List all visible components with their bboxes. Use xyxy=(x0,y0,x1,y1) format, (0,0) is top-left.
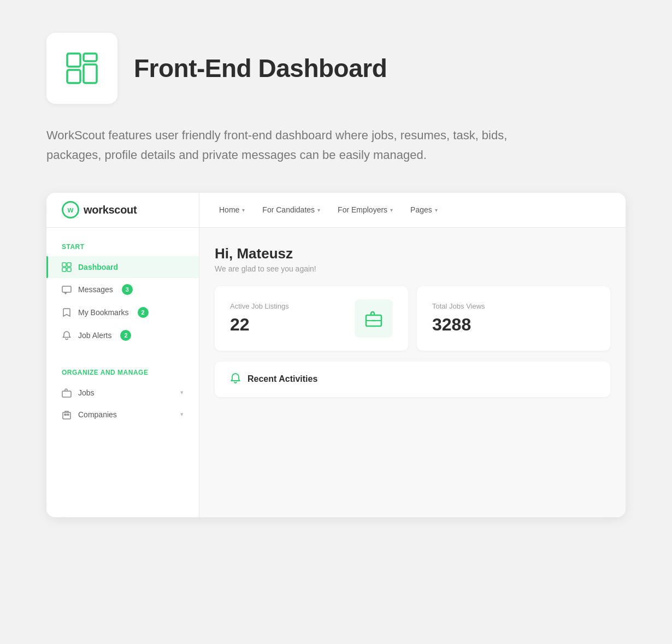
bookmarks-icon xyxy=(62,308,72,317)
greeting-name: Hi, Mateusz xyxy=(215,245,610,262)
svg-rect-10 xyxy=(63,412,70,419)
briefcase-icon xyxy=(364,309,384,328)
alerts-badge: 2 xyxy=(120,330,131,341)
messages-badge: 3 xyxy=(122,284,133,295)
sidebar-section-start: Start Dashboard xyxy=(46,243,199,347)
nav-item-candidates[interactable]: For Candidates ▾ xyxy=(254,193,329,228)
companies-arrow: ▾ xyxy=(180,411,184,418)
nav-employers-label: For Employers xyxy=(338,205,387,214)
recent-activities-card: Recent Activities xyxy=(215,362,610,397)
stat-value-views: 3288 xyxy=(432,315,485,335)
sidebar-item-companies[interactable]: Companies ▾ xyxy=(46,404,199,426)
companies-icon xyxy=(62,410,72,420)
sidebar-dashboard-label: Dashboard xyxy=(78,263,118,271)
sidebar-section-start-label: Start xyxy=(46,243,199,251)
svg-rect-5 xyxy=(67,263,71,267)
svg-rect-8 xyxy=(62,286,71,292)
navbar-nav: Home ▾ For Candidates ▾ For Employers ▾ … xyxy=(199,193,457,228)
dashboard-icon xyxy=(62,262,72,272)
jobs-icon xyxy=(62,388,72,398)
recent-activities-icon xyxy=(230,373,241,386)
svg-rect-15 xyxy=(67,414,69,415)
dashboard-mockup: w workscout Home ▾ For Candidates ▾ For … xyxy=(46,193,626,517)
sidebar-section-manage: Organize and Manage Jobs ▾ xyxy=(46,360,199,426)
page-title: Front-End Dashboard xyxy=(134,54,387,83)
sidebar-companies-label: Companies xyxy=(78,410,117,419)
nav-home-chevron: ▾ xyxy=(242,207,245,213)
svg-rect-1 xyxy=(67,70,80,83)
header-section: Front-End Dashboard xyxy=(46,33,626,104)
svg-rect-4 xyxy=(62,263,66,267)
feature-icon-box xyxy=(46,33,117,104)
stat-value-listings: 22 xyxy=(230,315,289,335)
sidebar-section-manage-label: Organize and Manage xyxy=(46,360,199,382)
sidebar-item-jobs[interactable]: Jobs ▾ xyxy=(46,382,199,404)
svg-rect-3 xyxy=(84,64,97,83)
nav-item-employers[interactable]: For Employers ▾ xyxy=(329,193,402,228)
nav-item-pages[interactable]: Pages ▾ xyxy=(402,193,446,228)
nav-home-label: Home xyxy=(219,205,239,214)
nav-pages-chevron: ▾ xyxy=(435,207,438,213)
nav-pages-label: Pages xyxy=(410,205,432,214)
brand-name: workscout xyxy=(84,204,137,216)
recent-activities-label: Recent Activities xyxy=(247,374,317,384)
main-layout: Start Dashboard xyxy=(46,228,626,517)
jobs-arrow: ▾ xyxy=(180,389,184,396)
stats-row: Active Job Listings 22 xyxy=(215,286,610,351)
stat-label-views: Total Jobs Views xyxy=(432,302,485,310)
brand-circle: w xyxy=(62,201,79,218)
svg-rect-14 xyxy=(64,414,66,415)
navbar: w workscout Home ▾ For Candidates ▾ For … xyxy=(46,193,626,228)
main-content: Hi, Mateusz We are glad to see you again… xyxy=(199,228,626,517)
navbar-brand: w workscout xyxy=(46,193,199,227)
sidebar-alerts-label: Job Alerts xyxy=(78,331,111,340)
svg-rect-9 xyxy=(62,391,71,397)
svg-rect-2 xyxy=(84,54,97,61)
brand-logo: w workscout xyxy=(62,201,137,218)
nav-employers-chevron: ▾ xyxy=(390,207,393,213)
nav-candidates-label: For Candidates xyxy=(262,205,315,214)
svg-rect-0 xyxy=(67,54,80,67)
brand-letter: w xyxy=(68,205,74,214)
nav-item-home[interactable]: Home ▾ xyxy=(210,193,254,228)
dashboard-icon xyxy=(63,49,101,87)
sidebar-bookmarks-label: My Bookmarks xyxy=(78,308,129,317)
sidebar-messages-label: Messages xyxy=(78,285,113,294)
messages-icon xyxy=(62,285,72,294)
bookmarks-badge: 2 xyxy=(138,307,149,318)
page-container: Front-End Dashboard WorkScout features u… xyxy=(46,33,626,517)
stat-icon-box-listings xyxy=(355,299,393,338)
stat-card-active-listings: Active Job Listings 22 xyxy=(215,286,408,351)
greeting-sub: We are glad to see you again! xyxy=(215,264,610,273)
nav-candidates-chevron: ▾ xyxy=(317,207,320,213)
sidebar-item-dashboard[interactable]: Dashboard xyxy=(46,256,199,278)
sidebar-item-bookmarks[interactable]: My Bookmarks 2 xyxy=(46,301,199,324)
sidebar-item-alerts[interactable]: Job Alerts 2 xyxy=(46,324,199,347)
sidebar-item-messages[interactable]: Messages 3 xyxy=(46,278,199,301)
stat-label-listings: Active Job Listings xyxy=(230,302,289,310)
stat-info-views: Total Jobs Views 3288 xyxy=(432,302,485,335)
stat-card-total-views: Total Jobs Views 3288 xyxy=(417,286,610,351)
svg-rect-7 xyxy=(67,268,71,271)
svg-rect-6 xyxy=(62,268,66,271)
sidebar: Start Dashboard xyxy=(46,228,199,517)
stat-info-listings: Active Job Listings 22 xyxy=(230,302,289,335)
description: WorkScout features user friendly front-e… xyxy=(46,126,538,166)
sidebar-jobs-label: Jobs xyxy=(78,388,95,397)
alerts-icon xyxy=(62,330,72,340)
